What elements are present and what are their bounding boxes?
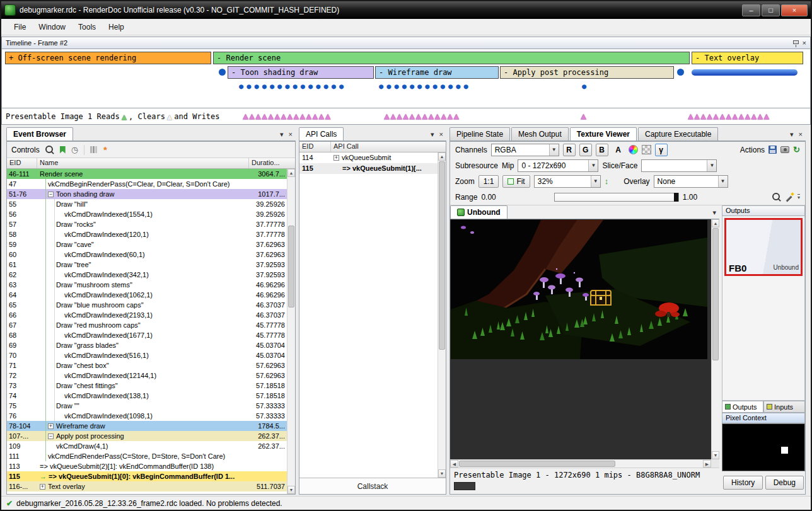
goto-eid-icon[interactable] [60, 146, 66, 154]
scroll-left-icon[interactable]: ◀ [450, 460, 458, 468]
channels-dropdown[interactable]: RGBA▼ [491, 144, 559, 156]
event-row[interactable]: 55Draw "hill"39.25926 [7, 199, 287, 209]
event-row[interactable]: 78-104+Wireframe draw1784.5... [7, 421, 287, 431]
timeline-text-overlay-bar[interactable] [692, 69, 798, 76]
chevron-down-icon[interactable]: ▾ [790, 131, 794, 138]
event-row[interactable]: 58vkCmdDrawIndexed(120,1)37.77778 [7, 229, 287, 239]
event-row[interactable]: 68vkCmdDrawIndexed(1677,1)45.77778 [7, 330, 287, 340]
event-row[interactable]: 62vkCmdDrawIndexed(342,1)37.92593 [7, 270, 287, 280]
history-button[interactable]: History [723, 476, 763, 490]
wf-dots[interactable]: ●●●●●●●●●●●● [379, 82, 472, 91]
col-eid[interactable]: EID [299, 142, 331, 152]
viewport-vscrollbar[interactable]: ▲ ▼ [711, 219, 719, 459]
zoom-range-icon[interactable] [772, 193, 781, 202]
event-browser-close-icon[interactable]: × [289, 131, 293, 138]
menu-tools[interactable]: Tools [72, 20, 102, 34]
minimize-button[interactable]: – [742, 4, 760, 16]
timeline-close-icon[interactable]: × [803, 40, 806, 47]
tab-unbound-texture[interactable]: Unbound [450, 205, 508, 219]
scroll-down-icon[interactable]: ▼ [287, 486, 295, 494]
maximize-button[interactable]: □ [762, 4, 780, 16]
time-durations-icon[interactable]: ◷ [71, 146, 78, 154]
event-browser-scrollbar[interactable]: ▲▼ [287, 169, 295, 494]
timeline-block-wireframe[interactable]: - Wireframe draw [375, 66, 499, 79]
event-row[interactable]: 74vkCmdDrawIndexed(138,1)57.18518 [7, 391, 287, 401]
toolbar-overflow-icon[interactable]: ▾ [798, 194, 800, 200]
stats-icon[interactable] [90, 146, 98, 153]
tri-group-0[interactable]: ▲▲▲▲▲▲▲▲▲▲▲▲▲▲ [243, 112, 331, 121]
event-row[interactable]: 51-76−Toon shading draw1017.7... [7, 189, 287, 199]
gamma-button[interactable]: γ [655, 144, 668, 156]
tri-group-1[interactable]: ▲▲▲▲▲▲▲▲▲▲▲▲ [384, 112, 460, 121]
channel-r-button[interactable]: R [563, 144, 576, 156]
refresh-icon[interactable]: ↻ [793, 145, 800, 154]
color-wheel-icon[interactable] [629, 145, 638, 154]
tab-api-calls[interactable]: API Calls [299, 127, 344, 141]
event-row[interactable]: 59Draw "cave"37.62963 [7, 239, 287, 250]
event-row[interactable]: 56vkCmdDrawIndexed(1554,1)39.25926 [7, 209, 287, 219]
event-row[interactable]: 109vkCmdDraw(4,1)262.37... [7, 441, 287, 451]
scroll-up-icon[interactable]: ▲ [287, 169, 295, 177]
chevron-down-icon[interactable]: ▾ [280, 131, 284, 138]
tab-inputs[interactable]: Inputs [763, 401, 805, 413]
event-row[interactable]: 65Draw "blue mushroom caps"46.37037 [7, 300, 287, 310]
timeline-draw-dot[interactable] [677, 69, 684, 76]
event-row[interactable]: 71Draw "chest box"57.62963 [7, 360, 287, 370]
pp-dots[interactable]: ● [582, 82, 589, 91]
debug-button[interactable]: Debug [765, 476, 804, 490]
checkerboard-icon[interactable] [642, 145, 651, 154]
timeline-block-text-overlay[interactable]: - Text overlay [692, 52, 803, 64]
api-call-row[interactable]: 114+vkQueueSubmit [299, 152, 438, 163]
channel-g-button[interactable]: G [579, 144, 592, 156]
find-event-icon[interactable] [45, 146, 54, 154]
zoom-fit-button[interactable]: Fit [502, 175, 530, 188]
save-texture-icon[interactable] [768, 146, 777, 154]
event-row[interactable]: 107-...−Apply post processing262.37... [7, 431, 287, 441]
event-row[interactable]: 66vkCmdDrawIndexed(2193,1)46.37037 [7, 310, 287, 320]
event-row[interactable]: 113=> vkQueueSubmit(2)[1]: vkEndCommandB… [7, 461, 287, 471]
tab-outputs[interactable]: Outputs [722, 401, 763, 413]
event-row[interactable]: 57Draw "rocks"37.77778 [7, 219, 287, 229]
col-api-call[interactable]: API Call [331, 142, 446, 152]
menu-window[interactable]: Window [32, 20, 72, 34]
api-calls-scrollbar[interactable]: ▲ ▼ [438, 152, 446, 478]
open-capture-icon[interactable] [780, 146, 789, 153]
menu-help[interactable]: Help [102, 20, 130, 34]
event-row[interactable]: 47vkCmdBeginRenderPass(C=Clear, D=Clear,… [7, 179, 287, 189]
range-slider[interactable] [554, 193, 679, 202]
col-name[interactable]: Name [37, 158, 249, 168]
range-handle[interactable] [674, 193, 678, 202]
channel-b-button[interactable]: B [596, 144, 608, 156]
event-row[interactable]: 76vkCmdDrawIndexed(1098,1)57.33333 [7, 411, 287, 421]
zoom-combo[interactable]: 32%▼ [534, 175, 601, 188]
event-row[interactable]: 116-...+Text overlay511.7037 [7, 481, 287, 491]
event-row[interactable]: 72vkCmdDrawIndexed(12144,1)57.62963 [7, 370, 287, 381]
scroll-down-icon[interactable]: ▼ [712, 451, 719, 459]
event-row[interactable]: 67Draw "red mushroom caps"45.77778 [7, 320, 287, 330]
texture-viewer-close-icon[interactable]: × [799, 131, 803, 138]
scroll-up-icon[interactable]: ▲ [712, 219, 719, 227]
fb0-thumbnail[interactable]: FB0 Unbound [724, 218, 803, 276]
close-button[interactable]: × [781, 4, 808, 16]
texture-image[interactable] [451, 220, 707, 359]
mip-dropdown[interactable]: 0 - 1272x690▼ [518, 159, 598, 172]
tab-event-browser[interactable]: Event Browser [6, 127, 73, 141]
col-eid[interactable]: EID [7, 158, 37, 168]
pixel-context-view[interactable] [722, 423, 805, 471]
tab-mesh-output[interactable]: Mesh Output [511, 127, 569, 141]
timeline-block-postproc[interactable]: - Apply post processing [500, 66, 674, 79]
tab-capture-executable[interactable]: Capture Executable [638, 127, 718, 141]
event-row[interactable]: 69Draw "grass blades"45.03704 [7, 340, 287, 350]
tri-group-2[interactable]: ▲ [581, 112, 587, 121]
chevron-down-icon[interactable]: ▾ [431, 131, 434, 138]
timeline-block-toon[interactable]: - Toon shading draw [228, 66, 374, 79]
timeline-draw-dot[interactable] [219, 69, 226, 76]
api-calls-close-icon[interactable]: × [439, 131, 443, 138]
autofit-wand-icon[interactable] [785, 193, 794, 202]
tab-texture-viewer[interactable]: Texture Viewer [570, 127, 637, 141]
tab-pipeline-state[interactable]: Pipeline State [450, 127, 510, 141]
viewport-hscrollbar[interactable]: ◀ ▶ [450, 459, 711, 468]
api-call-row[interactable]: 115=> vkQueueSubmit(1)[... [299, 163, 438, 174]
event-row[interactable]: 46-111Render scene3064.7... [7, 169, 287, 179]
overlay-dropdown[interactable]: None▼ [654, 175, 728, 188]
